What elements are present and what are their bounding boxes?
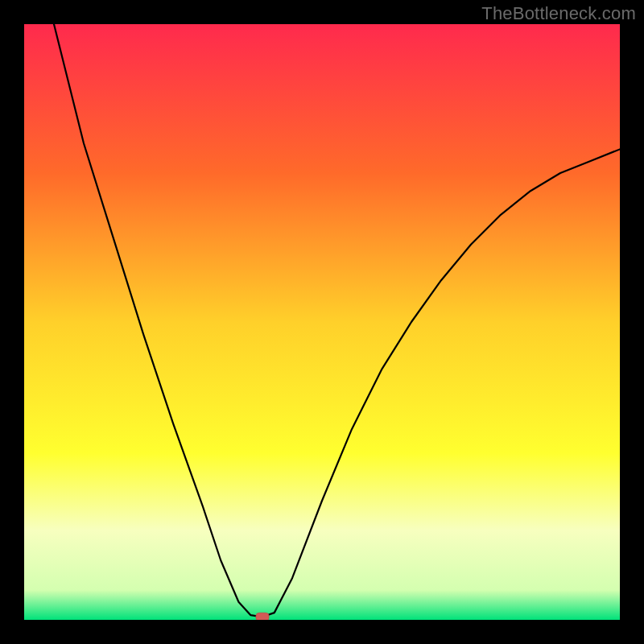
gradient-background	[24, 24, 620, 620]
plot-area	[24, 24, 620, 620]
optimum-marker	[256, 613, 269, 620]
watermark-text: TheBottleneck.com	[481, 3, 636, 24]
chart-container: TheBottleneck.com	[0, 0, 644, 644]
chart-svg	[24, 24, 620, 620]
